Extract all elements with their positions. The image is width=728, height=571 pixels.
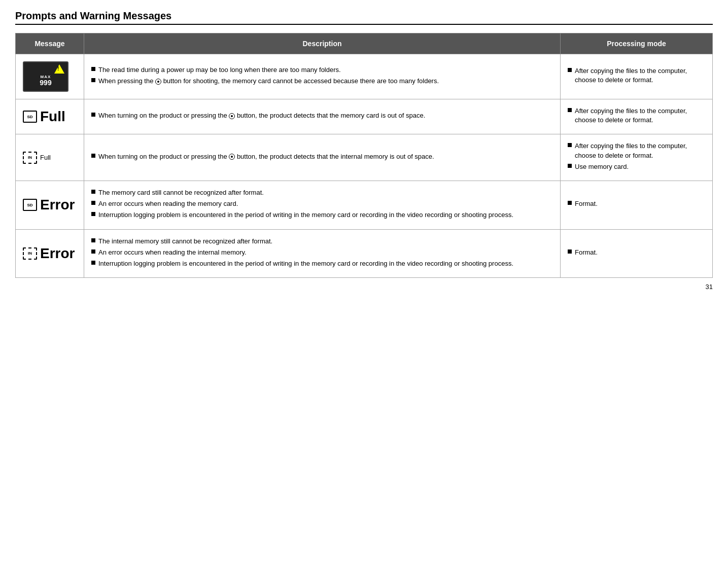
error-label: Error xyxy=(40,197,75,213)
processing-cell: Format. xyxy=(561,181,713,229)
bullet-text: After copying the files to the computer,… xyxy=(575,141,705,160)
icon-in-full: IN Full xyxy=(23,152,77,164)
processing-cell: After copying the files to the computer,… xyxy=(561,99,713,134)
bullet-item: After copying the files to the computer,… xyxy=(568,106,705,125)
bullet-item: Interruption logging problem is encounte… xyxy=(91,210,553,220)
bullet-square xyxy=(91,190,95,194)
table-row: IN Full When turning on the product or p… xyxy=(16,134,713,181)
bullet-item: The memory card still cannot be recogniz… xyxy=(91,188,553,197)
icon-in-error: IN Error xyxy=(23,245,77,262)
message-cell: SD Error xyxy=(16,181,84,229)
message-cell: IN Error xyxy=(16,229,84,278)
bullet-item: Format. xyxy=(568,199,705,208)
bullet-item: After copying the files to the computer,… xyxy=(568,141,705,160)
bullet-text: When turning on the product or pressing … xyxy=(98,111,425,120)
bullet-square xyxy=(568,68,572,72)
bullet-item: An error occurs when reading the interna… xyxy=(91,248,553,257)
table-row: MAX 999 The read time during a power up … xyxy=(16,54,713,99)
bullet-item: When turning on the product or pressing … xyxy=(91,111,553,120)
bullet-square xyxy=(568,249,572,254)
in-badge: IN xyxy=(23,152,37,164)
bullet-square xyxy=(91,113,95,117)
bullet-text: After copying the files to the computer,… xyxy=(575,106,705,125)
bullet-text: After copying the files to the computer,… xyxy=(575,66,705,85)
circle-button-icon xyxy=(229,154,235,160)
description-cell: When turning on the product or pressing … xyxy=(84,134,561,181)
bullet-item: The internal memory still cannot be reco… xyxy=(91,237,553,246)
bullet-text: Interruption logging problem is encounte… xyxy=(98,259,513,268)
bullet-square xyxy=(91,67,95,71)
bullet-square xyxy=(568,164,572,168)
bullet-text: Use memory card. xyxy=(575,162,629,171)
description-cell: The read time during a power up may be t… xyxy=(84,54,561,99)
circle-button-icon xyxy=(155,79,161,85)
bullet-text: Format. xyxy=(575,199,598,208)
message-cell: MAX 999 xyxy=(16,54,84,99)
page-number: 31 xyxy=(15,283,713,291)
bullet-item: Interruption logging problem is encounte… xyxy=(91,259,553,268)
message-cell: IN Full xyxy=(16,134,84,181)
description-cell: The internal memory still cannot be reco… xyxy=(84,229,561,278)
bullet-text: Interruption logging problem is encounte… xyxy=(98,210,513,220)
bullet-text: The internal memory still cannot be reco… xyxy=(98,237,272,246)
bullet-text: The memory card still cannot be recogniz… xyxy=(98,188,264,197)
bullet-square xyxy=(91,154,95,158)
description-cell: The memory card still cannot be recogniz… xyxy=(84,181,561,229)
header-message: Message xyxy=(16,33,84,54)
bullet-square xyxy=(91,249,95,254)
bullet-item: When turning on the product or pressing … xyxy=(91,152,553,161)
bullet-text: Format. xyxy=(575,248,598,257)
bullet-text: When turning on the product or pressing … xyxy=(98,152,434,161)
bullet-text: The read time during a power up may be t… xyxy=(98,65,341,75)
bullet-text: An error occurs when reading the interna… xyxy=(98,248,247,257)
description-cell: When turning on the product or pressing … xyxy=(84,99,561,134)
table-row: IN Error The internal memory still canno… xyxy=(16,229,713,278)
bullet-item: The read time during a power up may be t… xyxy=(91,65,553,75)
bullet-item: When pressing the button for shooting, t… xyxy=(91,77,553,86)
bullet-item: Format. xyxy=(568,248,705,257)
header-description: Description xyxy=(84,33,561,54)
icon-max999: MAX 999 xyxy=(23,61,68,92)
circle-button-icon xyxy=(229,113,235,119)
table-row: SD Full When turning on the product or p… xyxy=(16,99,713,134)
in-badge: IN xyxy=(23,247,37,260)
icon-sd-error: SD Error xyxy=(23,197,77,213)
bullet-square xyxy=(91,212,95,216)
bullet-square xyxy=(91,261,95,265)
bullet-square xyxy=(568,201,572,205)
processing-cell: Format. xyxy=(561,229,713,278)
bullet-square xyxy=(91,238,95,242)
bullet-square xyxy=(91,78,95,82)
sd-badge: SD xyxy=(23,111,37,123)
bullet-square xyxy=(568,143,572,147)
bullet-text: When pressing the button for shooting, t… xyxy=(98,77,439,86)
error-label: Error xyxy=(40,245,75,262)
bullet-square xyxy=(91,201,95,205)
page-title: Prompts and Warning Messages xyxy=(15,10,713,25)
main-table: Message Description Processing mode MAX … xyxy=(15,33,713,278)
bullet-text: An error occurs when reading the memory … xyxy=(98,199,238,208)
full-label: Full xyxy=(40,154,51,161)
processing-cell: After copying the files to the computer,… xyxy=(561,134,713,181)
bullet-item: After copying the files to the computer,… xyxy=(568,66,705,85)
sd-badge: SD xyxy=(23,199,37,211)
full-label: Full xyxy=(40,109,65,125)
processing-cell: After copying the files to the computer,… xyxy=(561,54,713,99)
icon-sd-full: SD Full xyxy=(23,109,77,125)
table-row: SD Error The memory card still cannot be… xyxy=(16,181,713,229)
bullet-square xyxy=(568,108,572,112)
message-cell: SD Full xyxy=(16,99,84,134)
header-processing: Processing mode xyxy=(561,33,713,54)
bullet-item: Use memory card. xyxy=(568,162,705,171)
bullet-item: An error occurs when reading the memory … xyxy=(91,199,553,208)
